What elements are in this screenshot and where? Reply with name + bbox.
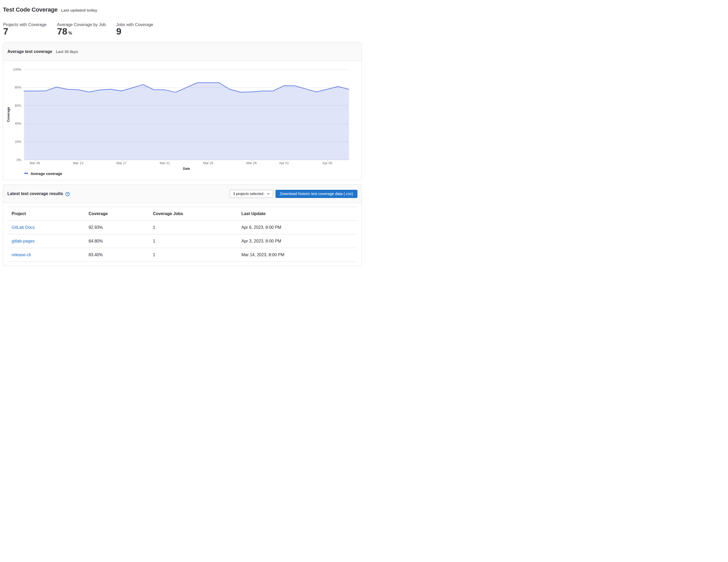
legend-marker	[24, 173, 28, 174]
stat-jobs-with-coverage: Jobs with Coverage 9	[116, 22, 153, 36]
cell-project: gitlab-pages	[7, 234, 84, 248]
page-header: Test Code Coverage Last updated today	[3, 7, 97, 13]
stat-value: 9	[116, 28, 121, 35]
projects-select-dropdown[interactable]: 3 projects selected	[230, 190, 273, 198]
results-card-header: Latest test coverage results ? 3 project…	[3, 185, 361, 203]
cell-last-update: Apr 6, 2023, 8:00 PM	[237, 221, 357, 234]
download-csv-button[interactable]: Download historic test coverage data (.c…	[276, 190, 357, 198]
table-row: release-cli 83.40% 1 Mar 14, 2023, 8:00 …	[7, 248, 357, 262]
stat-value: 78	[57, 28, 67, 35]
cell-coverage: 83.40%	[84, 248, 149, 262]
column-header-coverage: Coverage	[84, 207, 149, 221]
x-tick-label: Mar 13	[73, 161, 83, 165]
cell-coverage-jobs: 1	[149, 234, 237, 248]
y-tick-label: 80%	[15, 86, 21, 89]
cell-coverage-jobs: 1	[149, 221, 237, 234]
stat-unit: %	[68, 31, 72, 36]
latest-test-coverage-results-card: Latest test coverage results ? 3 project…	[3, 184, 362, 266]
cell-last-update: Apr 3, 2023, 8:00 PM	[237, 234, 357, 248]
column-header-coverage-jobs: Coverage Jobs	[149, 207, 237, 221]
x-tick-label: Mar 09	[30, 161, 40, 165]
table-header-row: Project Coverage Coverage Jobs Last Upda…	[7, 207, 357, 221]
legend-label: Average coverage	[31, 172, 62, 176]
cell-last-update: Mar 14, 2023, 8:00 PM	[237, 248, 357, 262]
column-header-last-update: Last Update	[237, 207, 357, 221]
column-header-project: Project	[7, 207, 84, 221]
x-tick-label: Mar 29	[246, 161, 257, 165]
project-link[interactable]: gitlab-pages	[12, 239, 35, 243]
y-tick-label: 20%	[15, 140, 21, 144]
average-test-coverage-card: Average test coverage Last 30 days 0%20%…	[3, 42, 362, 180]
coverage-chart-svg: 0%20%40%60%80%100%Mar 09Mar 13Mar 17Mar …	[3, 61, 361, 180]
x-tick-label: Mar 17	[116, 161, 127, 165]
table-row: GitLab Docs 92.93% 1 Apr 6, 2023, 8:00 P…	[7, 221, 357, 234]
table-row: gitlab-pages 64.80% 1 Apr 3, 2023, 8:00 …	[7, 234, 357, 248]
x-tick-label: Mar 21	[160, 161, 170, 165]
results-card-title: Latest test coverage results	[7, 191, 63, 196]
coverage-area-chart[interactable]: 0%20%40%60%80%100%Mar 09Mar 13Mar 17Mar …	[3, 61, 361, 180]
projects-select-value: 3 projects selected	[233, 192, 263, 196]
x-tick-label: Apr 05	[322, 161, 332, 165]
cell-project: GitLab Docs	[7, 221, 84, 234]
table-body: GitLab Docs 92.93% 1 Apr 6, 2023, 8:00 P…	[7, 221, 357, 262]
help-icon[interactable]: ?	[65, 192, 70, 196]
chart-card-subtitle: Last 30 days	[56, 50, 78, 54]
page-title: Test Code Coverage	[3, 7, 58, 13]
cell-coverage: 92.93%	[84, 221, 149, 234]
cell-coverage-jobs: 1	[149, 248, 237, 262]
area-fill	[24, 83, 349, 160]
project-link[interactable]: release-cli	[12, 252, 31, 257]
stat-average-coverage-by-job: Average Coverage by Job 78 %	[57, 22, 106, 36]
svg-text:?: ?	[67, 192, 68, 195]
stat-value: 7	[3, 28, 8, 35]
y-tick-label: 100%	[13, 68, 21, 71]
last-updated-text: Last updated today	[61, 8, 97, 12]
stat-label: Projects with Coverage	[3, 22, 47, 27]
y-tick-label: 0%	[17, 158, 21, 162]
x-tick-label: Apr 01	[279, 161, 289, 165]
stat-label: Jobs with Coverage	[116, 22, 153, 27]
project-link[interactable]: GitLab Docs	[12, 225, 35, 229]
coverage-results-table-wrap: Project Coverage Coverage Jobs Last Upda…	[7, 207, 357, 262]
cell-project: release-cli	[7, 248, 84, 262]
cell-coverage: 64.80%	[84, 234, 149, 248]
y-tick-label: 60%	[15, 104, 21, 107]
x-axis-title: Date	[183, 167, 190, 170]
chart-card-header: Average test coverage Last 30 days	[3, 43, 361, 61]
x-tick-label: Mar 25	[203, 161, 213, 165]
coverage-results-table: Project Coverage Coverage Jobs Last Upda…	[7, 207, 357, 262]
coverage-summary-stats: Projects with Coverage 7 Average Coverag…	[3, 22, 153, 36]
y-axis-title: Coverage	[7, 107, 10, 122]
y-tick-label: 40%	[15, 122, 21, 125]
chart-card-title: Average test coverage	[7, 49, 52, 54]
chevron-down-icon	[267, 192, 270, 195]
stat-projects-with-coverage: Projects with Coverage 7	[3, 22, 47, 36]
